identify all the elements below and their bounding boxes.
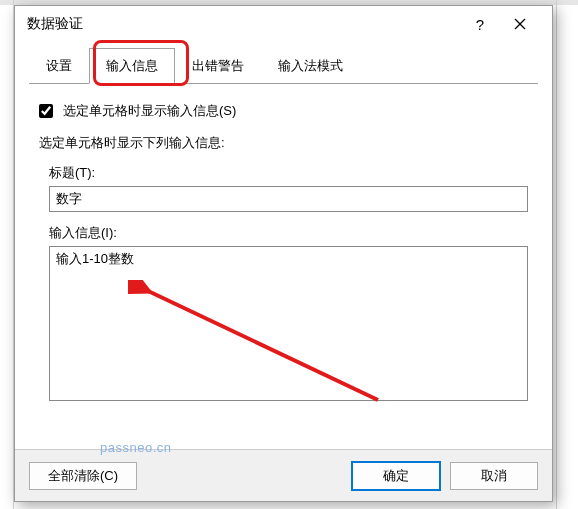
tab-settings[interactable]: 设置 [29,48,89,84]
tab-input-message[interactable]: 输入信息 [89,48,175,84]
tab-label: 输入法模式 [278,58,343,73]
tab-ime-mode[interactable]: 输入法模式 [261,48,360,84]
cancel-button[interactable]: 取消 [450,462,538,490]
tab-label: 设置 [46,58,72,73]
section-label: 选定单元格时显示下列输入信息: [39,134,528,152]
close-icon [514,18,526,30]
show-input-checkbox-label: 选定单元格时显示输入信息(S) [63,102,236,120]
close-button[interactable] [500,8,540,40]
title-field-label: 标题(T): [39,164,528,182]
help-icon: ? [476,16,484,33]
help-button[interactable]: ? [460,8,500,40]
tabs-container: 设置 输入信息 出错警告 输入法模式 [15,42,552,84]
show-input-checkbox[interactable] [39,104,53,118]
data-validation-dialog: 数据验证 ? 设置 输入信息 出错警告 输入法模式 选定单元格时显示输入信息(S… [14,5,553,502]
watermark: passneo.cn [100,440,172,455]
ok-button[interactable]: 确定 [352,462,440,490]
title-input[interactable] [49,186,528,212]
button-label: 确定 [383,467,409,485]
clear-all-button[interactable]: 全部清除(C) [29,462,137,490]
tab-panel-input-message: 选定单元格时显示输入信息(S) 选定单元格时显示下列输入信息: 标题(T): 输… [15,84,552,449]
tab-error-alert[interactable]: 出错警告 [175,48,261,84]
tab-label: 出错警告 [192,58,244,73]
message-textarea[interactable] [49,246,528,401]
dialog-titlebar: 数据验证 ? [15,6,552,42]
message-field-label: 输入信息(I): [39,224,528,242]
tab-label: 输入信息 [106,58,158,73]
button-label: 取消 [481,467,507,485]
dialog-footer: 全部清除(C) 确定 取消 [15,449,552,501]
button-label: 全部清除(C) [48,467,118,485]
dialog-title: 数据验证 [27,15,460,33]
show-input-checkbox-row[interactable]: 选定单元格时显示输入信息(S) [39,102,528,120]
